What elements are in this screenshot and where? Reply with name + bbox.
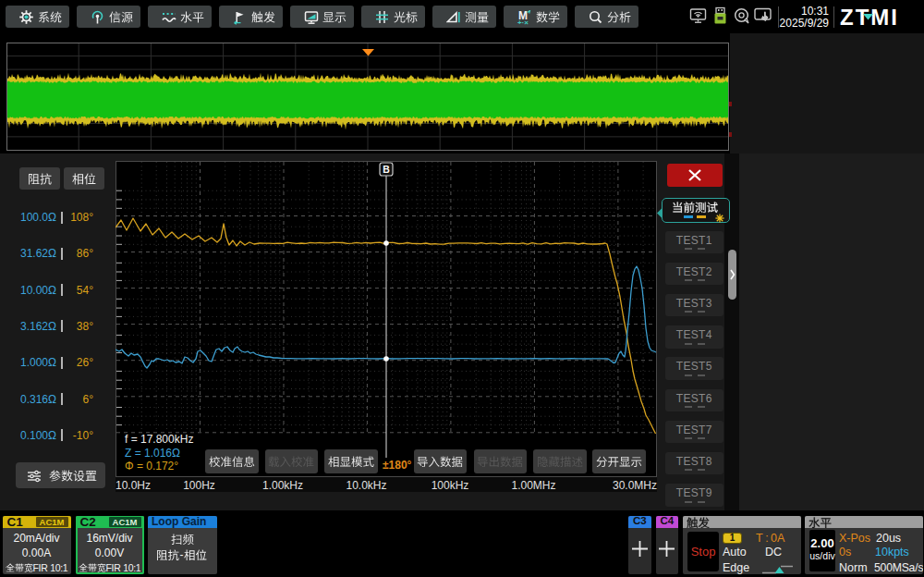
svg-text:+·×: +·× xyxy=(517,18,529,25)
svg-text:B: B xyxy=(383,164,390,175)
